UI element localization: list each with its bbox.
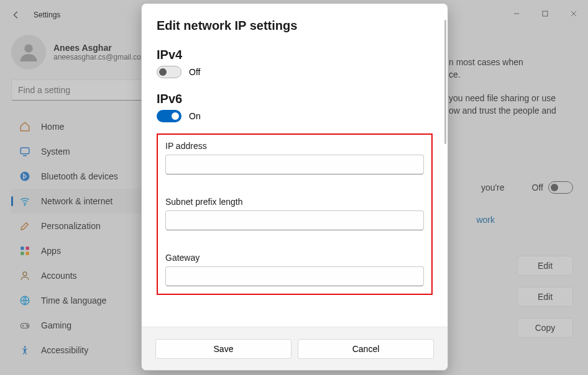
ipv4-toggle[interactable] (157, 66, 181, 78)
gateway-input[interactable] (165, 266, 424, 286)
dialog-scrollbar[interactable] (444, 20, 446, 144)
ip-address-label: IP address (165, 141, 424, 151)
dialog-title: Edit network IP settings (157, 19, 433, 33)
ipv6-toggle-label: On (189, 111, 201, 121)
edit-ip-settings-dialog: Edit network IP settings IPv4 Off IPv6 O… (141, 3, 448, 371)
ipv6-heading: IPv6 (157, 92, 433, 106)
ipv4-toggle-label: Off (189, 67, 200, 77)
ip-address-input[interactable] (165, 155, 424, 174)
save-button[interactable]: Save (155, 339, 292, 359)
ipv6-toggle[interactable] (157, 110, 181, 122)
subnet-prefix-label: Subnet prefix length (165, 197, 424, 207)
cancel-button[interactable]: Cancel (298, 339, 434, 359)
subnet-prefix-input[interactable] (165, 210, 424, 230)
gateway-label: Gateway (165, 253, 424, 263)
ipv6-fields-highlight: IP address Subnet prefix length Gateway (157, 133, 433, 295)
ipv4-heading: IPv4 (157, 48, 433, 62)
